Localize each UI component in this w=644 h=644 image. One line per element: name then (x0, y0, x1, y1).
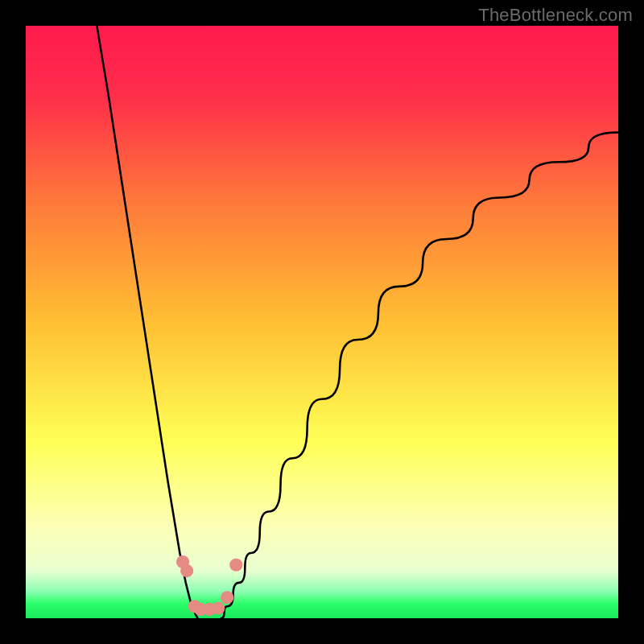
marker-dot (221, 591, 233, 604)
curve-right-arm (221, 132, 618, 618)
marker-dot (212, 601, 225, 614)
marker-dot (180, 564, 193, 577)
watermark-text: TheBottleneck.com (478, 5, 633, 26)
outer-black-frame: TheBottleneck.com (0, 0, 644, 644)
curve-left-arm (97, 26, 197, 618)
marker-dot (229, 559, 242, 572)
plot-area (26, 26, 618, 618)
curves-layer (26, 26, 618, 618)
